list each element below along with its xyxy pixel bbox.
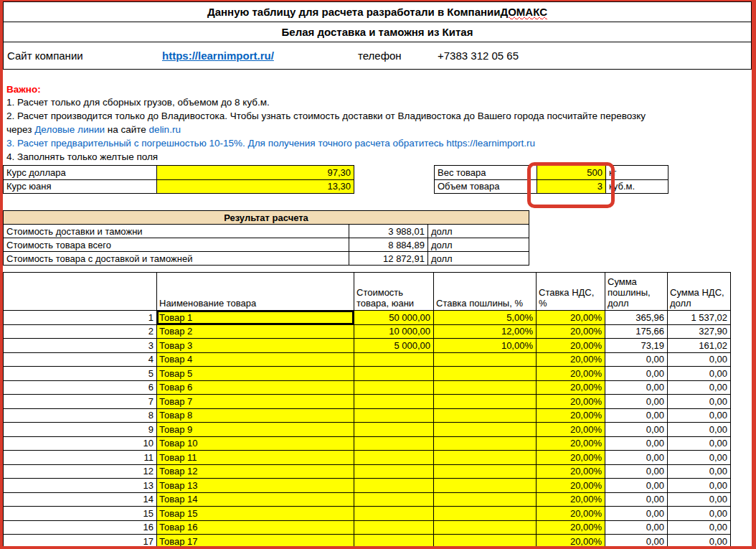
product-name-cell[interactable]: Товар 8	[157, 409, 354, 423]
product-name-cell[interactable]: Товар 5	[157, 367, 354, 381]
duty-rate-cell[interactable]	[434, 423, 537, 437]
vat-rate-cell[interactable]: 20,00%	[537, 521, 605, 535]
duty-sum-cell: 0,00	[605, 353, 668, 367]
product-cost-cell[interactable]	[354, 535, 434, 549]
duty-rate-cell[interactable]	[434, 437, 537, 451]
product-cost-cell[interactable]: 10 000,00	[354, 325, 434, 339]
table-row: 11Товар 1120,00%0,000,00	[4, 451, 731, 465]
product-cost-cell[interactable]	[354, 423, 434, 437]
product-cost-cell[interactable]	[354, 395, 434, 409]
cny-rate-input[interactable]: 13,30	[157, 180, 354, 194]
vat-rate-cell[interactable]: 20,00%	[537, 367, 605, 381]
table-row: 5Товар 520,00%0,000,00	[4, 367, 731, 381]
duty-rate-cell[interactable]	[434, 451, 537, 465]
table-row: 10Товар 1020,00%0,000,00	[4, 437, 731, 451]
delin-link[interactable]: delin.ru	[149, 124, 181, 135]
result-unit-delivery: долл	[428, 225, 529, 238]
vat-rate-cell[interactable]: 20,00%	[537, 353, 605, 367]
product-cost-cell[interactable]	[354, 381, 434, 395]
product-cost-cell[interactable]	[354, 353, 434, 367]
duty-rate-cell[interactable]	[434, 479, 537, 493]
vat-rate-cell[interactable]: 20,00%	[537, 423, 605, 437]
note-2b-mid: на сайте	[105, 124, 149, 135]
product-name-cell[interactable]: Товар 16	[157, 521, 354, 535]
result-label-grand-total: Стоимость товара с доставкой и таможней	[4, 252, 349, 266]
product-cost-cell[interactable]	[354, 367, 434, 381]
duty-rate-cell[interactable]	[434, 493, 537, 507]
vat-rate-cell[interactable]: 20,00%	[537, 493, 605, 507]
duty-rate-cell[interactable]	[434, 507, 537, 521]
duty-rate-cell[interactable]: 5,00%	[434, 311, 537, 325]
vat-rate-cell[interactable]: 20,00%	[537, 479, 605, 493]
vat-sum-cell: 0,00	[668, 465, 731, 479]
product-cost-cell[interactable]	[354, 437, 434, 451]
phone-label: телефон	[354, 50, 434, 62]
volume-input[interactable]: 3	[537, 180, 606, 194]
site-link[interactable]: https://learnimport.ru/	[162, 50, 274, 62]
duty-rate-cell[interactable]	[434, 521, 537, 535]
vat-rate-cell[interactable]: 20,00%	[537, 409, 605, 423]
products-table-header: Наименование товара Стоимость товара, юа…	[4, 273, 731, 311]
vat-sum-cell: 0,00	[668, 451, 731, 465]
duty-rate-cell[interactable]	[434, 353, 537, 367]
product-cost-cell[interactable]	[354, 451, 434, 465]
duty-rate-cell[interactable]	[434, 395, 537, 409]
duty-rate-cell[interactable]	[434, 535, 537, 549]
product-name-cell[interactable]: Товар 4	[157, 353, 354, 367]
product-cost-cell[interactable]: 5 000,00	[354, 339, 434, 353]
duty-rate-cell[interactable]: 10,00%	[434, 339, 537, 353]
product-name-cell[interactable]: Товар 3	[157, 339, 354, 353]
product-name-cell[interactable]: Товар 14	[157, 493, 354, 507]
product-cost-cell[interactable]	[354, 493, 434, 507]
product-cost-cell[interactable]: 50 000,00	[354, 311, 434, 325]
product-name-cell[interactable]: Товар 15	[157, 507, 354, 521]
vat-rate-cell[interactable]: 20,00%	[537, 395, 605, 409]
duty-sum-cell: 0,00	[605, 521, 668, 535]
phone-value: +7383 312 05 65	[434, 50, 750, 62]
vat-rate-cell[interactable]: 20,00%	[537, 437, 605, 451]
vat-sum-cell: 0,00	[668, 507, 731, 521]
delovye-linii-link[interactable]: Деловые линии	[34, 124, 105, 135]
duty-rate-cell[interactable]	[434, 409, 537, 423]
duty-sum-cell: 0,00	[605, 451, 668, 465]
vat-sum-cell: 0,00	[668, 395, 731, 409]
table-row: 4Товар 420,00%0,000,00	[4, 353, 731, 367]
duty-rate-cell[interactable]: 12,00%	[434, 325, 537, 339]
product-name-cell[interactable]: Товар 13	[157, 479, 354, 493]
product-cost-cell[interactable]	[354, 479, 434, 493]
weight-input[interactable]: 500	[537, 166, 606, 180]
product-cost-cell[interactable]	[354, 521, 434, 535]
product-cost-cell[interactable]	[354, 507, 434, 521]
contact-row: Сайт компании https://learnimport.ru/ те…	[4, 42, 751, 70]
row-number: 13	[4, 479, 157, 493]
row-number: 4	[4, 353, 157, 367]
header-duty-sum: Сумма пошлины, долл	[605, 273, 668, 311]
duty-rate-cell[interactable]	[434, 367, 537, 381]
table-row: 17Товар 1720,00%0,000,00	[4, 535, 731, 549]
product-name-cell[interactable]: Товар 12	[157, 465, 354, 479]
vat-rate-cell[interactable]: 20,00%	[537, 507, 605, 521]
product-name-cell[interactable]: Товар 2	[157, 325, 354, 339]
vat-sum-cell: 0,00	[668, 409, 731, 423]
products-table: Наименование товара Стоимость товара, юа…	[3, 272, 731, 549]
duty-rate-cell[interactable]	[434, 381, 537, 395]
vat-rate-cell[interactable]: 20,00%	[537, 311, 605, 325]
usd-rate-input[interactable]: 97,30	[157, 166, 354, 180]
product-cost-cell[interactable]	[354, 409, 434, 423]
product-cost-cell[interactable]	[354, 465, 434, 479]
product-name-cell[interactable]: Товар 1	[157, 311, 354, 325]
product-name-cell[interactable]: Товар 6	[157, 381, 354, 395]
product-name-cell[interactable]: Товар 7	[157, 395, 354, 409]
product-name-cell[interactable]: Товар 9	[157, 423, 354, 437]
vat-rate-cell[interactable]: 20,00%	[537, 465, 605, 479]
vat-rate-cell[interactable]: 20,00%	[537, 535, 605, 549]
product-name-cell[interactable]: Товар 11	[157, 451, 354, 465]
duty-rate-cell[interactable]	[434, 465, 537, 479]
vat-rate-cell[interactable]: 20,00%	[537, 339, 605, 353]
product-name-cell[interactable]: Товар 17	[157, 535, 354, 549]
product-name-cell[interactable]: Товар 10	[157, 437, 354, 451]
vat-rate-cell[interactable]: 20,00%	[537, 325, 605, 339]
vat-rate-cell[interactable]: 20,00%	[537, 451, 605, 465]
vat-rate-cell[interactable]: 20,00%	[537, 381, 605, 395]
vat-sum-cell: 0,00	[668, 493, 731, 507]
